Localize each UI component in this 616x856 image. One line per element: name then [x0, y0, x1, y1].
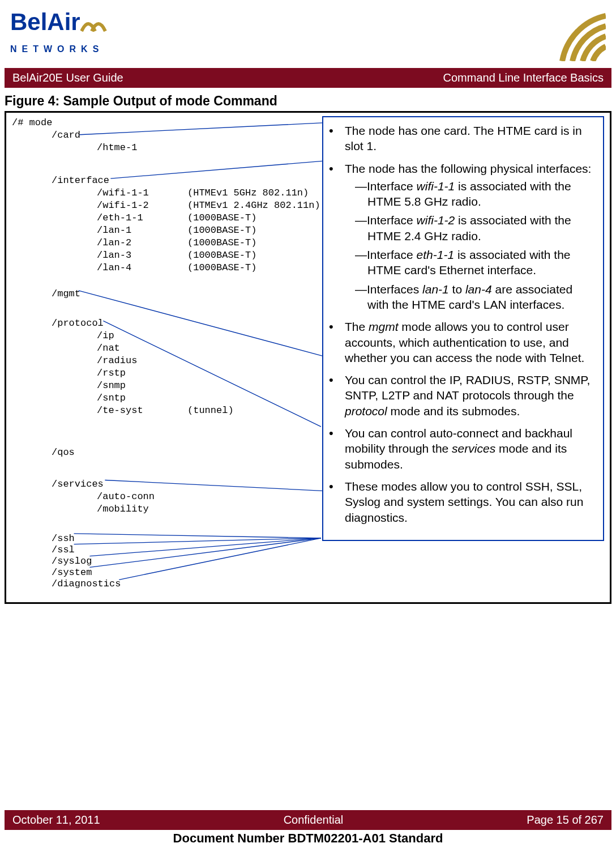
company-logo: BelAir NETWORKS: [10, 10, 109, 55]
footer-date: October 11, 2011: [12, 814, 100, 827]
note-2-text: The node has the following physical inte…: [345, 162, 591, 175]
cli-if-3-desc: (1000BASE-T): [187, 225, 256, 236]
note-2-sub-4: Interfaces lan-1 to lan-4 are associated…: [355, 282, 594, 313]
cli-qos: /qos: [52, 447, 75, 458]
cli-syslog: /syslog: [52, 556, 92, 567]
page-header: BelAir NETWORKS: [5, 0, 611, 68]
svg-line-5: [105, 480, 322, 491]
cli-p-2: /radius: [97, 355, 137, 366]
arc-logo-icon: [529, 10, 606, 63]
cli-p-6-desc: (tunnel): [187, 405, 234, 416]
note-3: The mgmt mode allows you to control user…: [339, 319, 594, 365]
cli-ssl: /ssl: [52, 544, 75, 555]
svg-line-8: [89, 538, 320, 556]
logo-text-top: BelAir: [10, 8, 80, 35]
cli-svc-0: /auto-conn: [97, 491, 155, 502]
note-6: These modes allow you to control SSH, SS…: [339, 479, 594, 525]
note-5: You can control auto-connect and backhau…: [339, 425, 594, 472]
cli-if-2-name: /eth-1-1: [97, 212, 143, 223]
note-6-text: These modes allow you to control SSH, SS…: [345, 480, 583, 524]
note-1: The node has one card. The HTME card is …: [339, 123, 594, 154]
cli-card: /card: [52, 130, 80, 140]
cli-p-6: /te-syst: [97, 405, 143, 416]
cli-interface: /interface: [52, 175, 109, 186]
cli-if-2-desc: (1000BASE-T): [187, 212, 256, 223]
cli-if-6-desc: (1000BASE-T): [187, 262, 256, 273]
cli-if-4-desc: (1000BASE-T): [187, 237, 256, 248]
section-title: Command Line Interface Basics: [443, 71, 604, 84]
svg-line-7: [74, 538, 321, 544]
cli-services: /services: [52, 479, 104, 489]
note-2-sub-3: Interface eth-1-1 is associated with the…: [355, 247, 594, 278]
footer-page: Page 15 of 267: [527, 814, 604, 827]
figure-title: Figure 4: Sample Output of mode Command: [5, 93, 611, 109]
cli-mgmt: /mgmt: [52, 288, 80, 299]
cli-system: /system: [52, 567, 92, 578]
svg-line-1: [80, 123, 322, 135]
cli-if-1-desc: (HTMEv1 2.4GHz 802.11n): [187, 200, 320, 211]
footer-confidential: Confidential: [284, 814, 344, 827]
cli-p-5: /sntp: [97, 393, 126, 403]
callout-box: The node has one card. The HTME card is …: [322, 116, 604, 541]
cli-p-3: /rstp: [97, 368, 126, 378]
note-4: You can control the IP, RADIUS, RSTP, SN…: [339, 372, 594, 419]
cli-if-1-name: /wifi-1-2: [97, 200, 149, 211]
title-bar: BelAir20E User Guide Command Line Interf…: [5, 68, 611, 88]
guide-title: BelAir20E User Guide: [12, 71, 123, 84]
footer-bar: October 11, 2011 Confidential Page 15 of…: [5, 810, 611, 830]
cli-if-6-name: /lan-4: [97, 262, 131, 273]
cli-if-0-desc: (HTMEv1 5GHz 802.11n): [187, 188, 309, 198]
cli-diagnostics: /diagnostics: [52, 578, 121, 589]
cli-if-0-name: /wifi-1-1: [97, 188, 149, 198]
note-1-text: The node has one card. The HTME card is …: [345, 124, 582, 152]
cli-htme: /htme-1: [97, 142, 137, 153]
cli-svc-1: /mobility: [97, 504, 149, 514]
cli-if-5-desc: (1000BASE-T): [187, 250, 256, 261]
cli-ssh: /ssh: [52, 533, 75, 544]
logo-text-bottom: NETWORKS: [10, 44, 104, 54]
cli-if-3-name: /lan-1: [97, 225, 131, 236]
cli-if-5-name: /lan-3: [97, 250, 131, 261]
cli-p-4: /snmp: [97, 380, 126, 391]
page-footer: October 11, 2011 Confidential Page 15 of…: [5, 810, 611, 846]
svg-line-2: [110, 161, 322, 178]
cli-p-0: /ip: [97, 330, 114, 341]
note-2: The node has the following physical inte…: [339, 161, 594, 313]
cli-if-4-name: /lan-2: [97, 237, 131, 248]
figure-box: /# mode /card /htme-1 /interface /wifi-1…: [5, 111, 611, 604]
document-number: Document Number BDTM02201-A01 Standard: [5, 831, 611, 846]
cli-root: /# mode: [12, 117, 52, 128]
svg-line-9: [89, 538, 320, 568]
cli-protocol: /protocol: [52, 318, 104, 329]
cli-p-1: /nat: [97, 343, 120, 354]
note-2-sub-2: Interface wifi-1-2 is associated with th…: [355, 212, 594, 244]
note-2-sub-1: Interface wifi-1-1 is associated with th…: [355, 178, 594, 210]
svg-line-10: [119, 538, 321, 580]
svg-line-6: [74, 534, 321, 538]
